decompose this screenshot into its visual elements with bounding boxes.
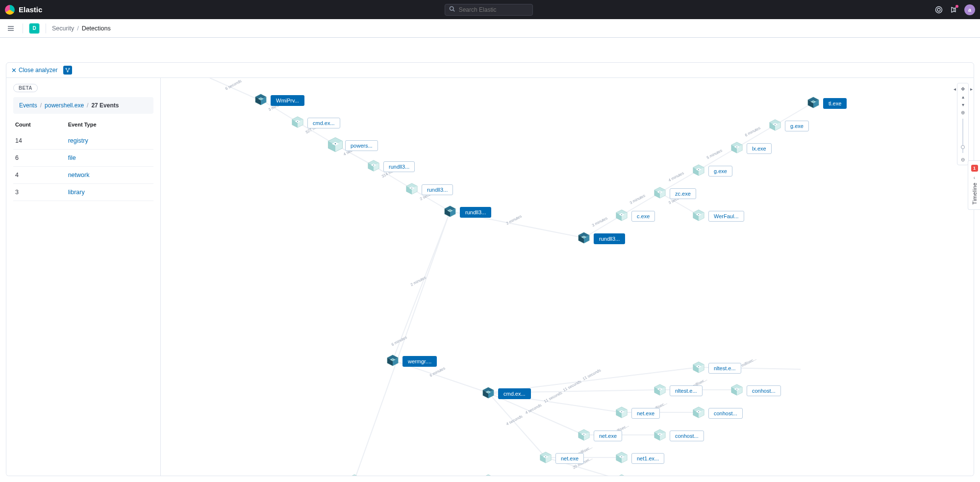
event-type-link[interactable]: library <box>68 189 85 196</box>
process-node[interactable]: nltest.e... <box>653 383 703 398</box>
process-node[interactable]: rundll3... <box>577 231 625 246</box>
process-node[interactable]: ipconfig... <box>481 473 532 476</box>
node-label[interactable]: net.exe <box>594 431 622 441</box>
svg-point-90 <box>621 214 622 215</box>
svg-line-37 <box>354 211 450 476</box>
node-label[interactable]: net.exe <box>631 408 660 419</box>
panel-crumb-root[interactable]: Events <box>19 102 37 109</box>
graph-mode-toggle[interactable] <box>63 66 72 75</box>
event-type-link[interactable]: registry <box>68 137 88 144</box>
process-node[interactable]: net.exe <box>615 406 660 421</box>
svg-point-108 <box>736 147 737 148</box>
process-node[interactable]: tl.exe <box>806 96 847 111</box>
process-node[interactable]: net1.ex... <box>615 451 664 466</box>
node-label[interactable]: zc.exe <box>670 188 696 199</box>
node-label[interactable]: rundll3... <box>383 161 415 172</box>
process-node[interactable]: nltest.e... <box>692 360 741 376</box>
node-label[interactable]: net.exe <box>555 453 584 464</box>
process-node[interactable]: conhost... <box>653 428 704 443</box>
process-node[interactable]: g.exe <box>768 118 809 133</box>
process-node[interactable]: conhost... <box>692 406 743 421</box>
search-input[interactable] <box>458 6 528 14</box>
process-node[interactable]: WerFaul... <box>692 208 744 224</box>
node-label[interactable]: wermgr.... <box>402 356 437 367</box>
process-node[interactable]: cmd.ex... <box>291 115 340 130</box>
node-label[interactable]: net1.ex... <box>631 453 664 464</box>
zoom-out-icon[interactable]: ⊖ <box>959 156 967 163</box>
zoom-in-icon[interactable]: ⊕ <box>959 109 967 116</box>
process-node[interactable]: net.exe <box>539 451 584 466</box>
node-label[interactable]: nltest.e... <box>670 385 703 396</box>
edge-time-label: 3 minutes <box>629 193 646 205</box>
zoom-thumb[interactable] <box>961 145 965 149</box>
nav-toggle-button[interactable] <box>5 23 17 34</box>
node-label[interactable]: conhost... <box>708 408 743 419</box>
svg-point-168 <box>698 366 699 367</box>
node-label[interactable]: lx.exe <box>747 143 772 154</box>
node-label[interactable]: rundll3... <box>594 233 625 244</box>
process-node[interactable]: conhost... <box>730 383 781 398</box>
node-label[interactable]: cmd.ex... <box>307 118 340 128</box>
chevron-down-icon[interactable]: ▾ <box>959 101 967 108</box>
close-analyzer-button[interactable]: ✕ Close analyzer <box>11 67 57 74</box>
node-label[interactable]: tl.exe <box>823 98 847 109</box>
node-label[interactable]: rundll3... <box>422 184 453 195</box>
zoom-track[interactable] <box>962 119 963 153</box>
graph-canvas[interactable]: 6 seconds3 minutes527 millisec...4 secon… <box>161 78 974 476</box>
global-search[interactable] <box>445 4 533 16</box>
analyzer-toolbar: ✕ Close analyzer <box>6 62 974 78</box>
cube-icon <box>615 208 628 224</box>
edge-time-label: 6 seconds <box>225 78 242 91</box>
node-label[interactable]: cmd.ex... <box>498 388 531 399</box>
process-node[interactable]: rundll3... <box>405 182 453 197</box>
panel-crumb-process[interactable]: powershell.exe <box>45 102 84 109</box>
newsfeed-icon[interactable] <box>950 6 957 14</box>
process-node[interactable]: net1.ex... <box>615 473 664 476</box>
event-type-link[interactable]: file <box>68 154 76 161</box>
timeline-flyout-tab[interactable]: 1 ‹ Timeline <box>968 160 980 210</box>
node-label[interactable]: powers... <box>345 140 378 151</box>
app-badge[interactable]: D <box>29 23 40 34</box>
node-label[interactable]: cmd.ex... <box>364 476 397 476</box>
process-node[interactable]: wermgr.... <box>386 354 437 369</box>
process-node[interactable]: c.exe <box>615 208 655 224</box>
edge-time-label: 6 minutes <box>744 126 761 137</box>
pan-right-icon[interactable]: ▸ <box>967 85 974 92</box>
node-label[interactable]: rundll3... <box>460 207 491 218</box>
cube-icon <box>653 383 667 398</box>
help-icon[interactable] <box>935 6 943 14</box>
breadcrumb-section[interactable]: Security <box>52 25 74 32</box>
cube-icon <box>405 182 419 197</box>
process-node[interactable]: lx.exe <box>730 141 772 156</box>
user-avatar[interactable]: a <box>964 4 975 15</box>
pan-left-icon[interactable]: ◂ <box>951 85 958 92</box>
recenter-icon[interactable]: ✥ <box>959 85 967 92</box>
process-node[interactable]: rundll3... <box>443 204 491 220</box>
process-node[interactable]: cmd.ex... <box>481 386 531 401</box>
process-node[interactable]: cmd.ex... <box>348 473 397 476</box>
node-label[interactable]: net1.ex... <box>631 476 664 476</box>
chevron-up-icon[interactable]: ▴ <box>959 93 967 100</box>
process-node[interactable]: g.exe <box>692 163 732 178</box>
node-label[interactable]: conhost... <box>670 431 704 441</box>
node-label[interactable]: ipconfig... <box>498 476 532 476</box>
cube-icon <box>539 451 553 466</box>
cube-icon <box>367 159 380 174</box>
cube-icon <box>653 186 667 201</box>
node-label[interactable]: g.exe <box>785 121 809 131</box>
process-node[interactable]: rundll3... <box>367 159 415 174</box>
cube-icon <box>615 406 628 421</box>
node-label[interactable]: nltest.e... <box>708 363 741 374</box>
process-node[interactable]: powers... <box>328 138 378 153</box>
node-label[interactable]: WerFaul... <box>708 211 744 222</box>
node-label[interactable]: g.exe <box>708 166 732 177</box>
event-type-link[interactable]: network <box>68 172 90 178</box>
process-node[interactable]: WmiPrv... <box>254 93 304 108</box>
node-label[interactable]: WmiPrv... <box>271 95 304 106</box>
analyzer-body: BETA Events / powershell.exe / 27 Events… <box>6 78 974 476</box>
node-label[interactable]: c.exe <box>631 211 655 222</box>
node-label[interactable]: conhost... <box>747 385 781 396</box>
event-type-table: Count Event Type 14registry6file4network… <box>13 119 153 201</box>
process-node[interactable]: zc.exe <box>653 186 696 201</box>
process-node[interactable]: net.exe <box>577 428 622 443</box>
